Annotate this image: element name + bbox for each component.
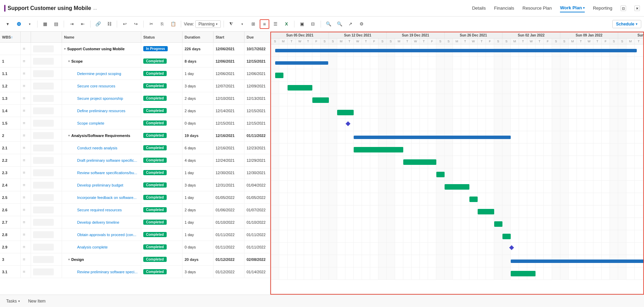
drag-handle[interactable]: ≡ — [21, 253, 31, 265]
toolbar-external-link-btn[interactable]: ↗ — [346, 19, 355, 29]
drag-handle[interactable]: ≡ — [21, 179, 31, 191]
drag-handle[interactable]: ≡ — [21, 80, 31, 92]
table-row[interactable]: 2≡▾Analysis/Software RequirementsComplet… — [0, 129, 270, 142]
drag-handle[interactable]: ≡ — [21, 191, 31, 203]
toolbar-add-btn[interactable]: ⊕ — [14, 19, 23, 29]
th-start[interactable]: Start — [214, 32, 245, 42]
gantt-bar[interactable] — [494, 221, 502, 227]
table-row[interactable]: 2.8≡Obtain approvals to proceed (con...C… — [0, 229, 270, 241]
gantt-bar[interactable] — [436, 172, 445, 177]
name-cell[interactable]: Incorporate feedback on software... — [62, 191, 141, 203]
window-close-btn[interactable]: ✕ — [634, 6, 640, 11]
toolbar-copy-btn[interactable]: ⎘ — [157, 19, 167, 29]
nav-resource-plan[interactable]: Resource Plan — [522, 4, 552, 12]
th-duration[interactable]: Duration — [183, 32, 214, 42]
toolbar-zoom-out-btn[interactable]: 🔍 — [335, 19, 344, 29]
name-cell[interactable]: Scope complete — [62, 117, 141, 129]
gantt-bar[interactable] — [275, 61, 328, 65]
toolbar-link-btn[interactable]: 🔗 — [93, 19, 103, 29]
toolbar-redo-btn[interactable]: ↪ — [131, 19, 141, 29]
drag-handle[interactable]: ≡ — [21, 229, 31, 241]
drag-handle[interactable]: ≡ — [21, 142, 31, 154]
table-row[interactable]: 3≡▾DesignCompleted20 days01/12/202202/08… — [0, 253, 270, 266]
table-row[interactable]: 2.7≡Develop delivery timelineCompleted1 … — [0, 216, 270, 229]
gantt-bar[interactable] — [312, 97, 329, 103]
toolbar-filter-btn[interactable]: ⧨ — [227, 19, 236, 29]
toolbar-gantt-bar-btn[interactable]: ≡ — [260, 19, 269, 29]
name-cell[interactable]: Determine project scoping — [62, 67, 141, 80]
toolbar-zoom-in-btn[interactable]: 🔍 — [324, 19, 333, 29]
gantt-bar[interactable] — [502, 234, 511, 239]
nav-reporting[interactable]: Reporting — [593, 4, 612, 12]
table-row[interactable]: ≡▾Support Customer using MobileIn Progre… — [0, 43, 270, 55]
toolbar-add-chevron[interactable]: ▾ — [25, 19, 34, 29]
toolbar-unlink-btn[interactable]: ⛓ — [104, 19, 114, 29]
name-cell[interactable]: ▾Analysis/Software Requirements — [62, 129, 141, 141]
nav-financials[interactable]: Financials — [494, 4, 514, 12]
name-cell[interactable]: Secure required resources — [62, 204, 141, 216]
drag-handle[interactable]: ≡ — [21, 241, 31, 253]
toolbar-excel-btn[interactable]: X — [282, 19, 291, 29]
name-cell[interactable]: Draft preliminary software specific... — [62, 154, 141, 166]
table-row[interactable]: 1≡▾ScopeCompleted8 days12/06/202112/15/2… — [0, 55, 270, 67]
gantt-bar[interactable] — [469, 197, 478, 202]
gantt-bar[interactable] — [337, 110, 354, 115]
name-cell[interactable]: Secure project sponsorship — [62, 92, 141, 104]
drag-handle[interactable]: ≡ — [21, 167, 31, 179]
table-row[interactable]: 3.1≡Review preliminary software speci...… — [0, 266, 270, 278]
new-item-btn[interactable]: New Item — [26, 298, 48, 305]
gantt-bar[interactable] — [275, 49, 637, 52]
toolbar-dropdown-btn[interactable]: ▾ — [3, 19, 12, 29]
tasks-btn[interactable]: Tasks ▾ — [4, 298, 22, 305]
gantt-bar[interactable] — [478, 209, 494, 214]
nav-work-plan[interactable]: Work Plan ▾ — [560, 4, 584, 12]
gantt-bar[interactable] — [445, 184, 469, 190]
table-row[interactable]: 2.1≡Conduct needs analysisCompleted6 day… — [0, 142, 270, 154]
table-row[interactable]: 2.2≡Draft preliminary software specific.… — [0, 154, 270, 167]
toolbar-paste-btn[interactable]: 📋 — [168, 19, 178, 29]
gantt-bar[interactable] — [354, 136, 511, 139]
gantt-bar[interactable] — [354, 147, 403, 152]
toolbar-settings-btn[interactable]: ⚙ — [357, 19, 366, 29]
toolbar-outdent-btn[interactable]: ⇤ — [78, 19, 87, 29]
toolbar-filter-chevron[interactable]: ▾ — [238, 19, 247, 29]
name-cell[interactable]: Obtain approvals to proceed (con... — [62, 229, 141, 241]
name-cell[interactable]: Conduct needs analysis — [62, 142, 141, 154]
th-status[interactable]: Status — [141, 32, 183, 42]
view-select[interactable]: Planning ▾ — [195, 20, 221, 28]
drag-handle[interactable]: ≡ — [21, 216, 31, 228]
toolbar-details-btn[interactable]: ☰ — [271, 19, 280, 29]
name-cell[interactable]: Define preliminary resources — [62, 105, 141, 117]
table-row[interactable]: 2.6≡Secure required resourcesCompleted2 … — [0, 204, 270, 216]
drag-handle[interactable]: ≡ — [21, 67, 31, 80]
name-cell[interactable]: Review software specifications/bu... — [62, 167, 141, 179]
name-cell[interactable]: Review preliminary software speci... — [62, 266, 141, 278]
name-cell[interactable]: ▾Design — [62, 253, 141, 265]
toolbar-columns-btn[interactable]: ⊞ — [249, 19, 258, 29]
toolbar-list-btn[interactable]: ▤ — [51, 19, 61, 29]
name-cell[interactable]: ▾Scope — [62, 55, 141, 67]
th-due[interactable]: Due — [245, 32, 270, 42]
table-row[interactable]: 2.3≡Review software specifications/bu...… — [0, 167, 270, 179]
drag-handle[interactable]: ≡ — [21, 92, 31, 104]
gantt-bar[interactable] — [288, 85, 312, 91]
table-row[interactable]: 1.3≡Secure project sponsorshipCompleted2… — [0, 92, 270, 105]
toolbar-indent-btn[interactable]: ⇥ — [67, 19, 76, 29]
name-cell[interactable]: Analysis complete — [62, 241, 141, 253]
drag-handle[interactable]: ≡ — [21, 129, 31, 141]
window-restore-btn[interactable]: ⊡ — [621, 6, 626, 11]
table-row[interactable]: 2.4≡Develop preliminary budgetCompleted3… — [0, 179, 270, 191]
name-cell[interactable]: Develop preliminary budget — [62, 179, 141, 191]
table-row[interactable]: 1.5≡Scope completeCompleted0 days12/15/2… — [0, 117, 270, 129]
table-row[interactable]: 1.2≡Secure core resourcesCompleted3 days… — [0, 80, 270, 92]
schedule-dropdown-btn[interactable]: Schedule ▾ — [612, 20, 641, 28]
th-name[interactable]: Name — [62, 32, 141, 42]
drag-handle[interactable]: ≡ — [21, 154, 31, 166]
table-row[interactable]: 1.1≡Determine project scopingCompleted1 … — [0, 67, 270, 80]
table-row[interactable]: 2.5≡Incorporate feedback on software...C… — [0, 191, 270, 204]
table-row[interactable]: 1.4≡Define preliminary resourcesComplete… — [0, 105, 270, 117]
toolbar-card-btn[interactable]: ▣ — [297, 19, 307, 29]
toolbar-cut-btn[interactable]: ✂ — [146, 19, 156, 29]
toolbar-undo-btn[interactable]: ↩ — [120, 19, 129, 29]
nav-details[interactable]: Details — [472, 4, 486, 12]
